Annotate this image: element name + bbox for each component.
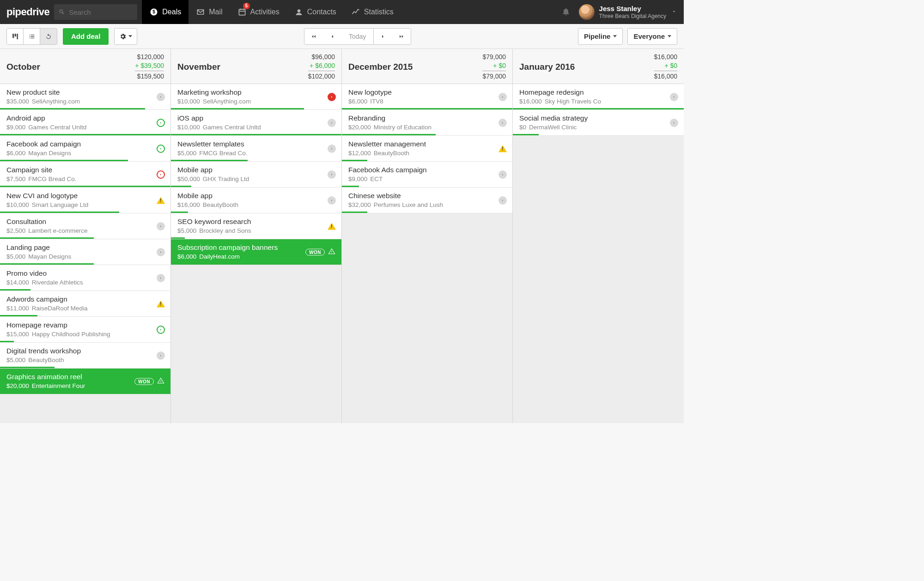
deal-card[interactable]: Homepage redesign$16,000Sky High Travels… xyxy=(513,84,684,110)
settings-button[interactable] xyxy=(114,28,137,45)
list-view-button[interactable] xyxy=(24,29,40,44)
deal-card[interactable]: New logotype$6,000ITV8 xyxy=(342,84,512,110)
deal-card[interactable]: Rebranding$20,000Ministry of Education xyxy=(342,110,512,136)
deal-title: Chinese website xyxy=(348,192,506,200)
column-title: December 2015 xyxy=(348,62,413,72)
deal-amount: $0 xyxy=(519,124,526,131)
deal-org: FMCG Bread Co. xyxy=(199,150,247,157)
deal-org: Mayan Designs xyxy=(28,253,71,260)
today-button[interactable]: Today xyxy=(341,29,374,44)
pipeline-dropdown[interactable]: Pipeline xyxy=(578,28,623,45)
progress-bar xyxy=(171,108,304,109)
deal-card[interactable]: Adwords campaign$11,000RaiseDaRoof Media xyxy=(0,291,170,317)
gear-icon xyxy=(119,33,127,40)
nav-label: Statistics xyxy=(364,8,394,16)
nav-deals[interactable]: $Deals xyxy=(142,0,188,24)
deal-title: SEO keyword research xyxy=(177,218,335,226)
search-input[interactable] xyxy=(69,8,133,16)
search-wrap[interactable] xyxy=(54,4,137,20)
add-deal-button[interactable]: Add deal xyxy=(63,28,109,45)
deal-amount: $35,000 xyxy=(6,98,29,105)
view-toggle xyxy=(6,28,57,45)
jump-back-button[interactable] xyxy=(304,29,323,44)
status-icon xyxy=(157,93,165,101)
deal-amount: $50,000 xyxy=(177,176,200,182)
deal-title: Digital trends workshop xyxy=(6,347,164,355)
deal-card[interactable]: Digital trends workshop$5,000BeautyBooth xyxy=(0,343,170,369)
nav-statistics[interactable]: Statistics xyxy=(344,0,401,24)
user-name: Jess Stanley xyxy=(599,5,666,13)
deal-card[interactable]: Promo video$14,000Riverdale Athletics xyxy=(0,265,170,291)
deal-card[interactable]: Consultation$2,500Lambert e-commerce xyxy=(0,213,170,239)
next-button[interactable] xyxy=(374,29,392,44)
status-icon xyxy=(498,93,507,101)
deal-card[interactable]: Mobile app$16,000BeautyBooth xyxy=(171,188,341,213)
deal-meta: $10,000SellAnything.com xyxy=(177,98,335,105)
deal-card[interactable]: Marketing workshop$10,000SellAnything.co… xyxy=(171,84,341,110)
deal-card[interactable]: iOS app$10,000Games Central Unltd xyxy=(171,110,341,136)
deal-card[interactable]: SEO keyword research$5,000Brockley and S… xyxy=(171,213,341,239)
column-base: $16,000 xyxy=(654,53,677,61)
status-icon xyxy=(328,93,336,101)
everyone-dropdown[interactable]: Everyone xyxy=(627,28,677,45)
deal-org: Happy Childhood Publishing xyxy=(32,331,110,338)
deal-meta: $15,000Happy Childhood Publishing xyxy=(6,331,164,338)
deal-org: FMCG Bread Co. xyxy=(28,176,76,182)
progress-bar xyxy=(0,108,145,109)
prev-button[interactable] xyxy=(323,29,341,44)
kanban-view-button[interactable] xyxy=(7,29,24,44)
logo: pipedrive xyxy=(6,6,49,18)
nav-mail[interactable]: Mail xyxy=(188,0,230,24)
deal-card[interactable]: Social media strategy$0DermaWell Clinic xyxy=(513,110,684,136)
deal-org: Smart Language Ltd xyxy=(32,201,88,208)
progress-bar xyxy=(0,367,55,368)
deal-card[interactable]: Facebook Ads campaign$9,000ECT xyxy=(342,162,512,188)
jump-forward-button[interactable] xyxy=(392,29,411,44)
deal-card[interactable]: Chinese website$32,000Perfumes Luxe and … xyxy=(342,188,512,213)
deal-card[interactable]: Facebook ad campaign$6,000Mayan Designs xyxy=(0,136,170,162)
status-icon xyxy=(328,145,336,153)
deal-org: Entertainment Four xyxy=(32,382,85,389)
deal-card[interactable]: Mobile app$50,000GHX Trading Ltd xyxy=(171,162,341,188)
column-title: November xyxy=(177,62,220,72)
column-total: $159,500 xyxy=(135,71,164,81)
deal-card[interactable]: New CVI and logotype$10,000Smart Languag… xyxy=(0,188,170,213)
nav-activities[interactable]: Activities5 xyxy=(230,0,287,24)
svg-rect-2 xyxy=(239,9,245,15)
user-menu[interactable]: Jess Stanley Three Bears Digital Agency xyxy=(579,4,677,20)
forecast-view-button[interactable] xyxy=(40,29,57,44)
deal-card[interactable]: Graphics animation reel$20,000Entertainm… xyxy=(0,369,170,394)
deal-card[interactable]: Newsletter management$12,000BeautyBooth xyxy=(342,136,512,162)
deal-org: SellAnything.com xyxy=(203,98,251,105)
deal-title: Marketing workshop xyxy=(177,88,335,97)
status-icon xyxy=(157,119,165,127)
deal-amount: $20,000 xyxy=(348,124,371,131)
deal-amount: $11,000 xyxy=(6,305,29,312)
deal-title: Rebranding xyxy=(348,114,506,122)
deal-card[interactable]: Homepage revamp$15,000Happy Childhood Pu… xyxy=(0,317,170,343)
deal-title: Mobile app xyxy=(177,192,335,200)
deal-card[interactable]: Landing page$5,000Mayan Designs xyxy=(0,239,170,265)
nav-contacts[interactable]: Contacts xyxy=(287,0,344,24)
deal-amount: $5,000 xyxy=(177,150,196,157)
deal-title: Facebook Ads campaign xyxy=(348,166,506,174)
deal-card[interactable]: Newsletter templates$5,000FMCG Bread Co. xyxy=(171,136,341,162)
warning-icon xyxy=(328,248,336,256)
column-header: October$120,000+ $39,500$159,500 xyxy=(0,49,170,84)
status-icon xyxy=(328,196,336,205)
progress-bar xyxy=(171,134,341,135)
deal-card[interactable]: Campaign site$7,500FMCG Bread Co. xyxy=(0,162,170,188)
deal-card[interactable]: New product site$35,000SellAnything.com xyxy=(0,84,170,110)
deal-card[interactable]: Subscription campaign banners$6,000Daily… xyxy=(171,239,341,265)
deal-card[interactable]: Android app$9,000Games Central Unltd xyxy=(0,110,170,136)
deal-title: Newsletter templates xyxy=(177,140,335,148)
warning-icon xyxy=(157,300,165,307)
deal-meta: $5,000Mayan Designs xyxy=(6,253,164,260)
status-icon xyxy=(670,93,678,101)
progress-bar xyxy=(342,212,367,213)
nav-label: Contacts xyxy=(307,8,336,16)
bell-icon[interactable] xyxy=(561,7,571,18)
column-total: $102,000 xyxy=(308,71,335,81)
right-controls: Pipeline Everyone xyxy=(578,28,677,45)
progress-bar xyxy=(342,134,436,135)
